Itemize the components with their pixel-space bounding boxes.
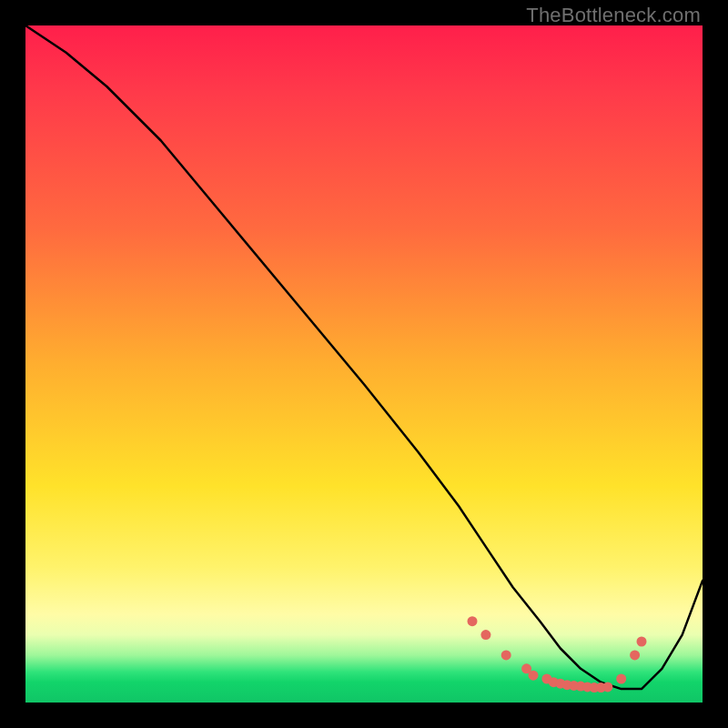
marker-dot [602, 682, 612, 692]
marker-dot [501, 650, 511, 660]
marker-dot [637, 637, 647, 647]
chart-area [25, 25, 703, 703]
chart-svg [25, 25, 703, 703]
marker-dot [529, 671, 539, 681]
marker-dot [616, 674, 626, 684]
marker-dot [468, 616, 478, 626]
marker-dot [480, 630, 490, 640]
marker-dots-group [468, 616, 647, 693]
bottleneck-curve-path [25, 25, 703, 689]
marker-dot [630, 650, 640, 660]
watermark-text: TheBottleneck.com [526, 4, 701, 27]
